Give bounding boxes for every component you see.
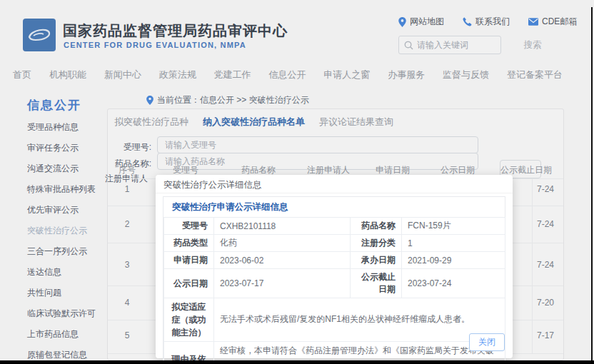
detail-dialog: 突破性治疗公示详细信息 突破性治疗申请公示详细信息 受理号 CXHB210111… <box>156 175 513 358</box>
field-label: 药品名称 <box>351 218 402 235</box>
field-label: 承办日期 <box>351 252 402 269</box>
table-row: 受理号 CXHB2101118 药品名称 FCN-159片 <box>164 218 505 235</box>
field-label: 公示截止日期 <box>351 269 402 298</box>
field-value: 2021-09-29 <box>402 252 505 269</box>
field-value: 1 <box>402 235 505 252</box>
detail-section-title: 突破性治疗申请公示详细信息 <box>163 197 505 217</box>
field-value: 2023-06-02 <box>214 252 351 269</box>
field-value: CXHB2101118 <box>214 218 351 235</box>
table-row: 申请日期 2023-06-02 承办日期 2021-09-29 <box>164 252 505 269</box>
field-value: 化药 <box>214 235 351 252</box>
field-value: 2023-07-17 <box>214 269 351 298</box>
frame-border-bottom <box>0 360 594 364</box>
field-label: 受理号 <box>164 218 214 235</box>
table-row: 药品类型 化药 注册分类 1 <box>164 235 505 252</box>
dialog-divider <box>156 193 513 193</box>
page: 国家药品监督管理局药品审评中心 CENTER FOR DRUG EVALUATI… <box>0 0 594 364</box>
indication-label: 拟定适应症（或功能主治） <box>164 298 214 342</box>
field-value: 2023-07-24 <box>402 269 505 298</box>
detail-table: 受理号 CXHB2101118 药品名称 FCN-159片 药品类型 化药 注册… <box>163 217 505 364</box>
frame-border-right <box>591 7 593 360</box>
field-value: FCN-159片 <box>402 218 505 235</box>
indication-value: 无法手术或术后残留/复发的NF1相关的丛状神经纤维瘤成人患者。 <box>214 298 505 342</box>
dialog-title: 突破性治疗公示详细信息 <box>163 179 262 191</box>
field-label: 申请日期 <box>164 252 214 269</box>
table-row: 公示日期 2023-07-17 公示截止日期 2023-07-24 <box>164 269 505 298</box>
field-label: 公示日期 <box>164 269 214 298</box>
table-row: 拟定适应症（或功能主治） 无法手术或术后残留/复发的NF1相关的丛状神经纤维瘤成… <box>164 298 505 342</box>
field-label: 注册分类 <box>351 235 402 252</box>
close-button[interactable]: 关闭 <box>469 333 505 351</box>
detail-box: 突破性治疗申请公示详细信息 受理号 CXHB2101118 药品名称 FCN-1… <box>163 196 505 364</box>
field-label: 药品类型 <box>164 235 214 252</box>
